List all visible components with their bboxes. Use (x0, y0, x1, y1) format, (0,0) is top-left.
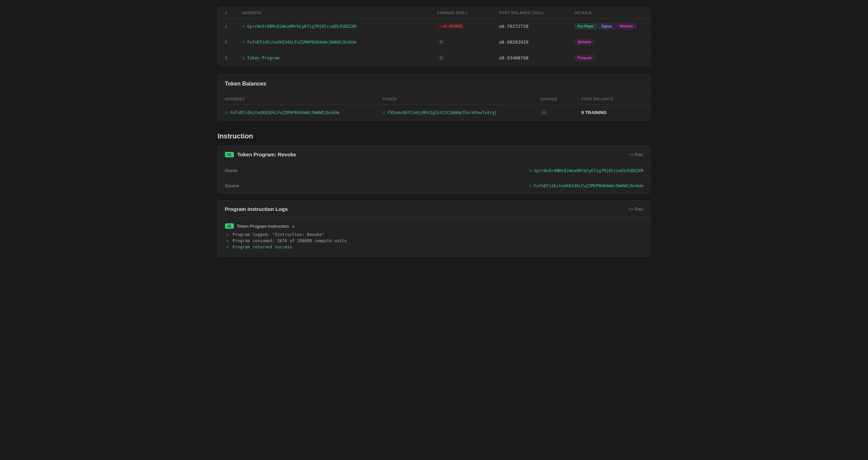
table-row: 1 ⧉ GprrWv9r8BMxQiWea9MrbCyK7ig7Mj8CcseE… (218, 19, 650, 34)
copy-icon[interactable]: ⧉ (383, 110, 386, 115)
details-cell: Program (575, 55, 643, 61)
writable-badge: Writable (617, 23, 636, 29)
row-num: 1 (225, 24, 242, 29)
change-badge-zero: 0 (437, 39, 445, 45)
change-cell: 0 (437, 39, 499, 45)
copy-icon[interactable]: ⧉ (529, 183, 532, 188)
col-header-token: TOKEN (383, 97, 540, 101)
copy-icon[interactable]: ⧉ (225, 110, 228, 115)
address-link[interactable]: GprrWv9r8BMxQiWea9MrbCyK7ig7Mj8CcseEbJhD… (247, 24, 357, 29)
change-cell: 0 (437, 55, 499, 61)
owner-address-link[interactable]: GprrWv9r8BMxQiWea9MrbCyK7ig7Mj8CcseEbJhD… (534, 168, 643, 173)
copy-icon[interactable]: ⧉ (242, 56, 245, 60)
col-header-change: CHANGE (540, 97, 582, 101)
log-chevron: > (226, 232, 229, 237)
collapse-icon[interactable]: ▲ (291, 224, 295, 228)
log-chevron: > (226, 245, 229, 249)
log-instruction-name: Token Program Instruction (237, 224, 289, 229)
col-header-address: ADDRESS (225, 97, 383, 101)
address-cell: ⧉ FufnDfidkitedX83dkLFuZ2MhP8kKdm6c5W4W5… (242, 40, 437, 45)
code-icon: <> (629, 207, 633, 212)
post-balance-cell: ◎0.00203928 (499, 40, 575, 45)
owner-value: ⧉ GprrWv9r8BMxQiWea9MrbCyK7ig7Mj8CcseEbJ… (294, 168, 643, 173)
instruction-card: #1 Token Program: Revoke <> Raw Owner ⧉ … (218, 146, 651, 193)
token-mint-link[interactable]: FXbnmvUb7CxmSjMhF2g2xVJ2CXAHHp7GormYwwTx… (388, 110, 497, 115)
token-mint-cell: ⧉ FXbnmvUb7CxmSjMhF2g2xVJ2CXAHHp7GormYww… (383, 110, 540, 115)
instruction-header: #1 Token Program: Revoke <> Raw (218, 146, 650, 163)
code-icon: <> (629, 152, 633, 157)
owner-label: Owner (225, 168, 294, 173)
details-cell: Fee Payer Signer Writable (575, 23, 643, 29)
log-line-success: > Program returned success (225, 245, 643, 249)
instruction-detail-row: Source ⧉ FufnDfidkitedX83dkLFuZ2MhP8kKdm… (218, 178, 650, 193)
copy-icon[interactable]: ⧉ (242, 24, 245, 29)
logs-raw-label: Raw (635, 207, 643, 212)
signer-badge: Signer (598, 23, 615, 29)
address-cell: ⧉ Token Program (242, 56, 437, 60)
col-header-post-balance: POST BALANCE (582, 97, 643, 101)
program-logs-section: Program Instruction Logs <> Raw #1 Token… (218, 200, 651, 257)
post-balance-cell: ◎6.76272728 (499, 24, 575, 29)
token-address-cell: ⧉ FufnDfidkitedX83dkLFuZ2MhP8kKdm6c5W4W5… (225, 110, 383, 115)
logs-title: Program Instruction Logs (225, 206, 288, 212)
change-badge-zero: 0 (437, 55, 445, 61)
source-value: ⧉ FufnDfidkitedX83dkLFuZ2MhP8kKdm6c5W4W5… (294, 183, 643, 188)
accounts-table: # ADDRESS CHANGE (SOL) POST BALANCE (SOL… (218, 7, 651, 66)
col-header-post-balance: POST BALANCE (SOL) (499, 11, 575, 15)
col-header-num: # (225, 11, 242, 15)
token-change-zero: 0 (540, 110, 548, 115)
logs-raw-button[interactable]: <> Raw (629, 207, 643, 212)
token-balances-section: Token Balances ADDRESS TOKEN CHANGE POST… (218, 74, 651, 121)
raw-label: Raw (635, 152, 643, 157)
token-table-header: ADDRESS TOKEN CHANGE POST BALANCE (218, 93, 650, 105)
source-label: Source (225, 183, 294, 188)
log-badge: #1 (225, 223, 234, 229)
copy-icon[interactable]: ⧉ (242, 40, 245, 45)
token-post-balance: 9 TRAINING (582, 110, 643, 115)
instruction-number-badge: #1 (225, 152, 234, 157)
source-address-link[interactable]: FufnDfidkitedX83dkLFuZ2MhP8kKdm6c5W4W5Jb… (534, 183, 643, 188)
row-num: 2 (225, 40, 242, 45)
logs-body: #1 Token Program Instruction ▲ > Program… (218, 218, 650, 256)
log-line: > Program consumed: 2676 of 200000 compu… (225, 238, 643, 243)
raw-button[interactable]: <> Raw (629, 152, 643, 157)
copy-icon[interactable]: ⧉ (529, 168, 532, 173)
instruction-title: Token Program: Revoke (237, 152, 296, 157)
details-cell: Writable (575, 39, 643, 45)
token-balances-title: Token Balances (218, 75, 650, 93)
token-address-link[interactable]: FufnDfidkitedX83dkLFuZ2MhP8kKdm6c5W4W5Jb… (230, 110, 339, 115)
log-line: > Program logged: "Instruction: Revoke" (225, 232, 643, 237)
change-cell: -◎0.000005 (437, 23, 499, 29)
program-badge: Program (575, 55, 595, 61)
log-chevron: > (226, 238, 229, 243)
token-change-cell: 0 (540, 110, 582, 115)
log-instruction-header: #1 Token Program Instruction ▲ (225, 223, 643, 229)
row-num: 3 (225, 55, 242, 60)
instruction-section: Instruction #1 Token Program: Revoke <> … (218, 129, 651, 193)
address-link[interactable]: Token Program (247, 56, 280, 60)
address-link[interactable]: FufnDfidkitedX83dkLFuZ2MhP8kKdm6c5W4W5Jb… (247, 40, 357, 45)
token-table-row: ⧉ FufnDfidkitedX83dkLFuZ2MhP8kKdm6c5W4W5… (218, 105, 650, 120)
instruction-detail-row: Owner ⧉ GprrWv9r8BMxQiWea9MrbCyK7ig7Mj8C… (218, 163, 650, 178)
logs-header: Program Instruction Logs <> Raw (218, 201, 650, 218)
table-row: 2 ⧉ FufnDfidkitedX83dkLFuZ2MhP8kKdm6c5W4… (218, 34, 650, 50)
table-row: 3 ⧉ Token Program 0 ◎0.93408768 Program (218, 50, 650, 66)
col-header-address: ADDRESS (242, 11, 437, 15)
accounts-table-header: # ADDRESS CHANGE (SOL) POST BALANCE (SOL… (218, 7, 650, 19)
post-balance-cell: ◎0.93408768 (499, 55, 575, 60)
writable-badge: Writable (575, 39, 594, 45)
address-cell: ⧉ GprrWv9r8BMxQiWea9MrbCyK7ig7Mj8CcseEbJ… (242, 24, 437, 29)
change-badge-negative: -◎0.000005 (437, 23, 465, 29)
instruction-title-wrap: #1 Token Program: Revoke (225, 152, 296, 157)
col-header-change: CHANGE (SOL) (437, 11, 499, 15)
instruction-heading: Instruction (218, 129, 651, 146)
col-header-details: DETAILS (575, 11, 643, 15)
fee-payer-badge: Fee Payer (575, 23, 597, 29)
